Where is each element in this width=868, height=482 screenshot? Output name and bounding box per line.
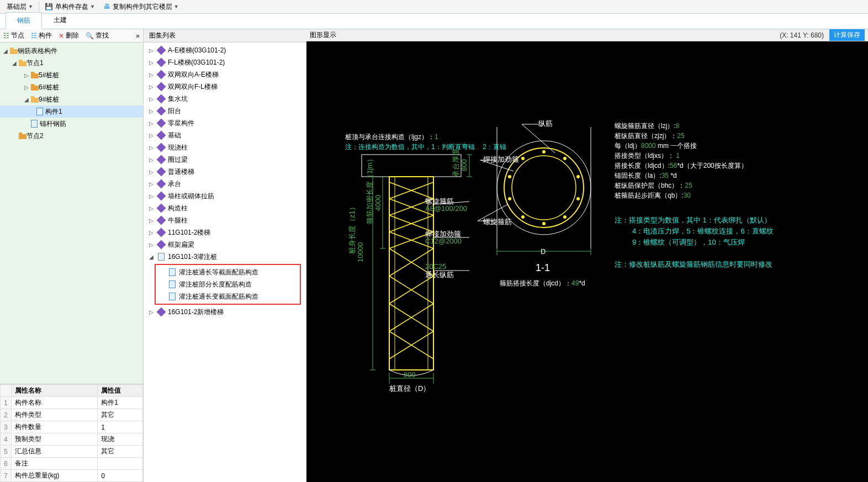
prop-row[interactable]: 6备注 bbox=[1, 458, 143, 470]
note2b: 4：电渣压力焊，5：锥螺纹连接，6：直螺纹 bbox=[632, 226, 774, 236]
svg-point-38 bbox=[542, 150, 546, 153]
anno-spiral-spec: A8@100/200 bbox=[425, 204, 467, 213]
tree-node2[interactable]: 节点2 bbox=[0, 130, 143, 142]
highlighted-subitems: 灌注桩通长等截面配筋构造灌注桩部分长度配筋构造灌注桩通长变截面配筋构造 bbox=[155, 264, 301, 305]
atlas-item[interactable]: ▷阳台 bbox=[144, 105, 306, 117]
node-button[interactable]: ☷节点 bbox=[0, 31, 28, 40]
anno-long: 通长纵筋 bbox=[425, 270, 454, 280]
dim-4000: 4000 bbox=[374, 195, 382, 211]
graphic-title: 图形显示 bbox=[310, 30, 336, 40]
prop-header-name: 属性名称 bbox=[11, 385, 97, 397]
component-button[interactable]: ☷构件 bbox=[28, 31, 55, 40]
svg-point-40 bbox=[576, 175, 580, 178]
atlas-item[interactable]: ▷集水坑 bbox=[144, 93, 306, 105]
svg-point-37 bbox=[512, 156, 576, 220]
atlas-subitem[interactable]: 灌注桩通长变截面配筋构造 bbox=[156, 290, 300, 303]
cad-viewport[interactable]: 桩顶与承台连接构造（ljgz）：1 注：连接构造为数值，其中，1：判断直弯锚 2… bbox=[306, 41, 868, 482]
param-line: 桩纵筋保护层（bhc）：25 bbox=[615, 181, 748, 191]
anno-note1: 注：连接构造为数值，其中，1：判断直弯锚 2：直锚 bbox=[345, 142, 506, 152]
left-panel: ☷节点 ☷构件 ✕删除 🔍查找 » ◢钢筋表格构件 ◢节点1 ▷5#桩桩 ▷6#… bbox=[0, 29, 144, 482]
param-line: 螺旋箍筋直径（lzj）:8 bbox=[615, 121, 748, 131]
atlas-item[interactable]: ▷牛腿柱 bbox=[144, 214, 306, 226]
atlas-item[interactable]: ▷11G101-2楼梯 bbox=[144, 226, 306, 239]
calc-save-button[interactable]: 计算保存 bbox=[829, 29, 865, 41]
atlas-item[interactable]: ▷F-L楼梯(03G101-2) bbox=[144, 56, 306, 68]
prop-row[interactable]: 5汇总信息其它 bbox=[1, 446, 143, 458]
tree-node1[interactable]: ◢节点1 bbox=[0, 57, 143, 69]
atlas-panel: 图集列表 ▷A-E楼梯(03G101-2)▷F-L楼梯(03G101-2)▷双网… bbox=[144, 29, 306, 482]
tree-pile5[interactable]: ▷5#桩桩 bbox=[0, 69, 143, 81]
svg-point-45 bbox=[508, 197, 511, 200]
tab-rebar[interactable]: 钢筋 bbox=[6, 12, 42, 29]
svg-rect-0 bbox=[362, 155, 461, 177]
atlas-item-expanded[interactable]: ◢16G101-3灌注桩 bbox=[144, 251, 306, 263]
param-line: 桩纵筋直径（zjzj）：25 bbox=[615, 131, 748, 141]
prop-row[interactable]: 7构件总重量(kg)0 bbox=[1, 470, 143, 482]
atlas-item[interactable]: ▷基础 bbox=[144, 129, 306, 141]
sec-zong: 纵筋 bbox=[538, 119, 553, 129]
note2c: 9：锥螺纹（可调型），10：气压焊 bbox=[632, 237, 745, 247]
tree-pile6[interactable]: ▷6#桩桩 bbox=[0, 81, 143, 93]
atlas-item[interactable]: ▷零星构件 bbox=[144, 117, 306, 129]
dim-800b: 800 bbox=[404, 370, 416, 379]
atlas-list[interactable]: ▷A-E楼梯(03G101-2)▷F-L楼梯(03G101-2)▷双网双向A-E… bbox=[144, 43, 306, 482]
sec-spiral: 螺旋箍筋 bbox=[483, 217, 512, 227]
atlas-item[interactable]: ▷A-E楼梯(03G101-2) bbox=[144, 44, 306, 56]
prop-row[interactable]: 1构件名称构件1 bbox=[1, 397, 143, 409]
param-line: 搭接长度（ldjcd）:56*d（大于200按长度算） bbox=[615, 161, 748, 171]
tree-pile9[interactable]: ◢9#桩桩 bbox=[0, 93, 143, 105]
prop-row[interactable]: 2构件类型其它 bbox=[1, 409, 143, 421]
dim-800a: 800 bbox=[460, 159, 468, 171]
atlas-item[interactable]: ▷承台 bbox=[144, 178, 306, 190]
svg-point-42 bbox=[563, 215, 567, 219]
anno-pile-dia: 桩直径（D） bbox=[389, 384, 430, 394]
atlas-item[interactable]: ▷普通楼梯 bbox=[144, 166, 306, 178]
sec-title: 1-1 bbox=[536, 262, 550, 274]
param-line: 桩箍筋起步距离（qb）:30 bbox=[615, 191, 748, 201]
atlas-item[interactable]: ▷16G101-2新增楼梯 bbox=[144, 306, 306, 318]
tab-bar: 钢筋 土建 bbox=[0, 14, 868, 29]
prop-row[interactable]: 3构件数量1 bbox=[1, 421, 143, 433]
atlas-item[interactable]: ▷现浇柱 bbox=[144, 141, 306, 153]
atlas-item[interactable]: ▷双网双向F-L楼梯 bbox=[144, 81, 306, 93]
atlas-item[interactable]: ▷圈过梁 bbox=[144, 153, 306, 166]
prop-header-value: 属性值 bbox=[98, 385, 143, 397]
tree-root[interactable]: ◢钢筋表格构件 bbox=[0, 45, 143, 57]
toolbar-more[interactable]: » bbox=[133, 32, 143, 40]
delete-button[interactable]: ✕删除 bbox=[55, 31, 82, 40]
svg-point-43 bbox=[542, 222, 546, 225]
svg-point-44 bbox=[521, 215, 525, 219]
cad-svg bbox=[306, 41, 868, 482]
property-grid: 属性名称属性值 1构件名称构件12构件类型其它3构件数量14预制类型现浇5汇总信… bbox=[0, 384, 143, 482]
svg-point-39 bbox=[563, 157, 567, 160]
sec-D: D bbox=[541, 247, 546, 256]
component-tree[interactable]: ◢钢筋表格构件 ◢节点1 ▷5#桩桩 ▷6#桩桩 ◢9#桩桩 构件1 锚杆钢筋 … bbox=[0, 43, 143, 384]
param-line: 每（ldj）8000 mm 一个搭接 bbox=[615, 141, 748, 151]
cursor-coords: (X: 141 Y: 680) bbox=[780, 31, 824, 39]
atlas-item[interactable]: ▷双网双向A-E楼梯 bbox=[144, 68, 306, 81]
atlas-subitem[interactable]: 灌注桩通长等截面配筋构造 bbox=[156, 266, 300, 278]
tab-civil[interactable]: 土建 bbox=[42, 12, 78, 29]
svg-point-46 bbox=[508, 175, 511, 178]
atlas-item[interactable]: ▷构造柱 bbox=[144, 202, 306, 214]
atlas-subitem[interactable]: 灌注桩部分长度配筋构造 bbox=[156, 278, 300, 290]
atlas-title: 图集列表 bbox=[144, 29, 306, 43]
anno-long-spec: 20C25 bbox=[425, 262, 446, 271]
param-line: 搭接类型（ldjxs）： 1 bbox=[615, 151, 748, 161]
find-button[interactable]: 🔍查找 bbox=[82, 31, 112, 40]
note3: 注：修改桩纵筋及螺旋箍筋钢筋信息时要同时修改 bbox=[615, 259, 772, 269]
atlas-item[interactable]: ▷墙柱或砌体拉筋 bbox=[144, 190, 306, 202]
note2a: 注：搭接类型为数值，其中 1：代表绑扎（默认） bbox=[615, 215, 771, 225]
left-toolbar: ☷节点 ☷构件 ✕删除 🔍查找 » bbox=[0, 29, 143, 43]
sec-weld: 焊接加劲箍 bbox=[483, 155, 519, 165]
basic-layer-dropdown[interactable]: 基础层▼ bbox=[2, 0, 38, 13]
svg-point-47 bbox=[521, 157, 525, 160]
tree-anchor[interactable]: 锚杆钢筋 bbox=[0, 118, 143, 130]
atlas-item[interactable]: ▷框架扁梁 bbox=[144, 239, 306, 251]
prop-row[interactable]: 4预制类型现浇 bbox=[1, 433, 143, 446]
svg-point-41 bbox=[576, 197, 580, 200]
dim-10000: 10000 bbox=[356, 242, 364, 262]
tree-comp1[interactable]: 构件1 bbox=[0, 105, 143, 118]
graphic-panel: 图形显示 (X: 141 Y: 680) 计算保存 bbox=[306, 29, 868, 482]
copy-component-button[interactable]: 🖶复制构件到其它楼层▼ bbox=[99, 0, 183, 13]
